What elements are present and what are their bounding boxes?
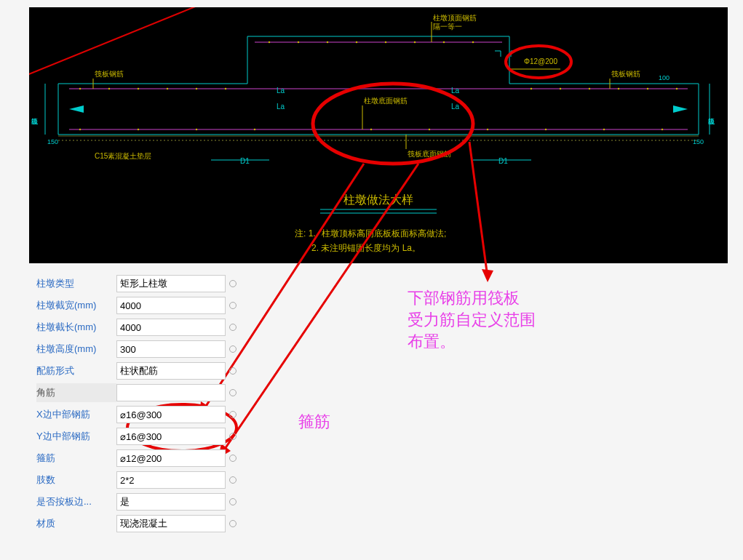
svg-point-19 — [443, 41, 445, 43]
form-radio[interactable] — [226, 517, 240, 530]
form-input-width[interactable] — [116, 297, 226, 314]
svg-line-0 — [29, 7, 247, 80]
annot-gu: 箍筋 — [298, 411, 330, 433]
cad-note2: 2. 未注明锚固长度均为 La。 — [311, 243, 421, 253]
form-radio[interactable] — [226, 343, 240, 356]
cad-la-2: La — [277, 103, 285, 111]
form-input-xmid[interactable] — [116, 406, 226, 423]
form-input-rebarform[interactable] — [116, 362, 226, 380]
form-radio[interactable] — [226, 364, 240, 377]
form-label: 柱墩截长(mm) — [36, 318, 116, 337]
form-input-corner[interactable] — [116, 384, 226, 401]
form-radio[interactable] — [226, 386, 240, 399]
svg-point-11 — [196, 88, 197, 89]
form-label: 柱墩截宽(mm) — [36, 296, 116, 315]
form-row-width: 柱墩截宽(mm) — [36, 295, 255, 316]
svg-point-21 — [531, 88, 532, 89]
form-radio[interactable] — [226, 430, 240, 443]
cad-d1-l: D1 — [240, 157, 250, 165]
form-radio[interactable] — [226, 473, 240, 487]
svg-point-20 — [472, 41, 474, 43]
svg-point-13 — [269, 41, 270, 43]
svg-point-30 — [254, 129, 255, 130]
form-row-xmid: X边中部钢筋 — [36, 404, 255, 425]
form-input-ymid[interactable] — [116, 428, 226, 445]
svg-point-26 — [676, 88, 678, 89]
svg-point-23 — [589, 88, 590, 89]
cad-viewer[interactable]: 柱墩顶面钢筋 隔一等一 Φ12@200 筏板钢筋 筏板钢筋 柱墩底面钢筋 筏板底… — [29, 7, 728, 263]
form-label: X边中部钢筋 — [36, 405, 116, 424]
form-row-rebarform: 配筋形式 — [36, 360, 255, 382]
form-radio[interactable] — [226, 277, 240, 290]
svg-point-35 — [545, 129, 547, 130]
form-label: 材质 — [36, 514, 116, 533]
form-input-length[interactable] — [116, 319, 226, 336]
form-radio[interactable] — [226, 452, 240, 465]
form-row-type: 柱墩类型 — [36, 273, 255, 295]
dim-150-r: 150 — [693, 138, 704, 145]
form-row-byslab: 是否按板边... — [36, 491, 255, 513]
cad-d1-r: D1 — [498, 157, 508, 165]
dim-100: 100 — [659, 74, 670, 81]
form-input-byslab[interactable] — [116, 493, 226, 511]
svg-marker-56 — [482, 269, 493, 282]
cad-label-slab-left: 筏板钢筋 — [95, 70, 124, 78]
svg-marker-46 — [69, 105, 84, 113]
cad-title: 柱墩做法大样 — [343, 193, 413, 206]
properties-form: 柱墩类型 柱墩截宽(mm) 柱墩截长(mm) 柱墩高度(mm) 配筋形式 角筋 … — [36, 273, 255, 535]
svg-point-9 — [138, 88, 139, 89]
svg-point-27 — [79, 129, 81, 130]
svg-point-25 — [647, 88, 648, 89]
cad-note1: 柱墩顶标高同底板板面标高做法; — [322, 228, 446, 239]
annot-bottom-l2: 受力筋自定义范围 — [408, 309, 536, 331]
svg-point-33 — [429, 129, 430, 130]
form-row-ymid: Y边中部钢筋 — [36, 425, 255, 447]
form-input-limbs[interactable] — [116, 471, 226, 489]
svg-point-14 — [298, 41, 299, 43]
svg-point-7 — [79, 88, 81, 89]
cad-la-4: La — [451, 103, 460, 111]
annot-bottom-l1: 下部钢筋用筏板 — [408, 287, 536, 309]
form-input-type[interactable] — [116, 275, 226, 292]
svg-point-31 — [312, 129, 314, 130]
form-input-height[interactable] — [116, 340, 226, 358]
form-row-stirrup: 箍筋 — [36, 447, 255, 469]
form-label: 肢数 — [36, 471, 116, 489]
svg-point-18 — [414, 41, 416, 43]
svg-point-32 — [370, 129, 372, 130]
form-row-length: 柱墩截长(mm) — [36, 316, 255, 338]
form-radio[interactable] — [226, 495, 240, 508]
form-label: Y边中部钢筋 — [36, 427, 116, 446]
svg-point-29 — [196, 129, 197, 130]
cad-label-slab-right: 筏板钢筋 — [611, 70, 640, 78]
form-label: 箍筋 — [36, 449, 116, 468]
annot-bottom-l3: 布置。 — [408, 331, 536, 353]
cad-label-c15: C15素混凝土垫层 — [95, 152, 151, 160]
cad-dim-left: 筏板边 — [32, 118, 39, 125]
form-radio[interactable] — [226, 299, 240, 312]
form-input-stirrup[interactable] — [116, 449, 226, 467]
form-radio[interactable] — [226, 408, 240, 421]
svg-point-15 — [327, 41, 328, 43]
svg-point-8 — [108, 88, 110, 89]
form-input-material[interactable] — [116, 515, 226, 532]
svg-point-17 — [385, 41, 386, 43]
cad-label-bottom: 筏板底面钢筋 — [408, 150, 451, 158]
form-label: 配筋形式 — [36, 361, 116, 380]
form-label: 是否按板边... — [36, 492, 116, 511]
svg-point-16 — [356, 41, 357, 43]
form-row-height: 柱墩高度(mm) — [36, 338, 255, 360]
annot-bottom: 下部钢筋用筏板 受力筋自定义范围 布置。 — [408, 287, 536, 353]
cad-label-mid: 柱墩底面钢筋 — [364, 97, 408, 105]
svg-point-28 — [138, 129, 139, 130]
svg-point-24 — [618, 88, 619, 89]
form-label: 角筋 — [36, 383, 116, 402]
svg-point-34 — [487, 129, 488, 130]
cad-la-3: La — [451, 87, 460, 95]
svg-point-37 — [661, 129, 663, 130]
cad-label-phi: Φ12@200 — [524, 57, 557, 65]
form-label: 柱墩类型 — [36, 274, 116, 293]
form-radio[interactable] — [226, 321, 240, 334]
form-row-material: 材质 — [36, 513, 255, 535]
cad-label-top-rebar: 柱墩顶面钢筋 — [433, 14, 477, 22]
